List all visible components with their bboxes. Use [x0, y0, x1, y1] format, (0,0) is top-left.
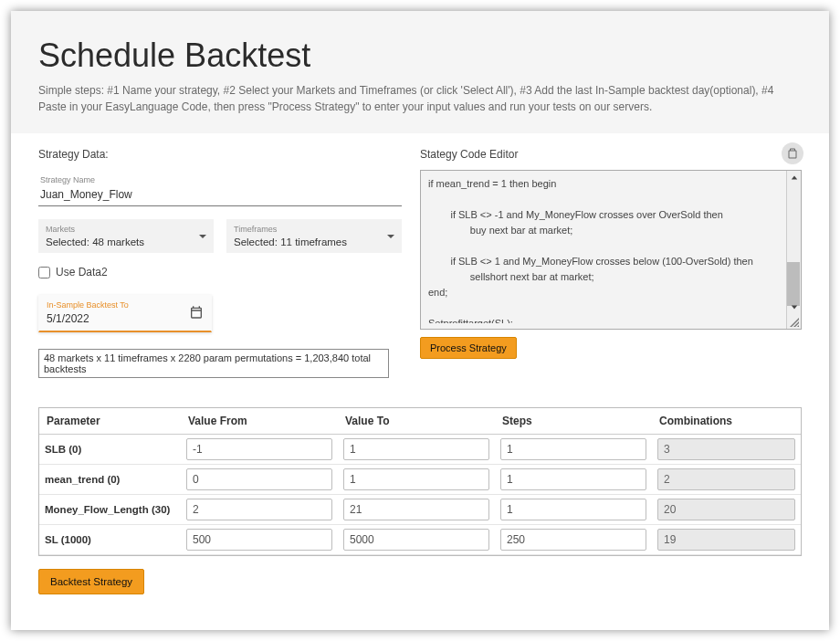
app-frame: Schedule Backtest Simple steps: #1 Name …: [11, 11, 829, 630]
code-line: sellshort next bar at market;: [428, 269, 784, 285]
code-line: [428, 238, 784, 254]
strategy-name-input[interactable]: [40, 188, 400, 201]
timeframes-dropdown[interactable]: Timeframes Selected: 11 timeframes: [226, 219, 402, 253]
col-parameter: Parameter: [39, 408, 181, 435]
strategy-data-label: Strategy Data:: [38, 148, 402, 161]
scroll-down-icon[interactable]: [787, 299, 802, 314]
code-scrollbar[interactable]: [786, 171, 801, 329]
code-line: Setprofittarget(SL);: [428, 316, 784, 323]
combinations-output: [657, 529, 795, 551]
param-name-cell: SL (1000): [39, 525, 181, 555]
table-row: SL (1000): [39, 525, 801, 555]
param-name-cell: SLB (0): [39, 435, 181, 465]
combinations-output: [657, 468, 795, 490]
code-line: [428, 192, 784, 207]
timeframes-label: Timeframes: [234, 225, 394, 234]
table-row: SLB (0): [39, 435, 801, 465]
markets-label: Markets: [46, 225, 206, 234]
clipboard-button[interactable]: [782, 142, 803, 164]
timeframes-value: Selected: 11 timeframes: [234, 236, 394, 247]
value-from-input[interactable]: [186, 529, 332, 551]
code-line: end;: [428, 285, 784, 300]
insample-date-field[interactable]: In-Sample Backtest To: [38, 295, 212, 332]
backtest-summary: 48 markets x 11 timeframes x 2280 param …: [38, 349, 389, 378]
col-steps: Steps: [495, 408, 652, 435]
page-header: Schedule Backtest Simple steps: #1 Name …: [11, 11, 829, 133]
process-strategy-button[interactable]: Process Strategy: [420, 337, 517, 359]
value-to-input[interactable]: [343, 529, 489, 551]
page-subtitle: Simple steps: #1 Name your strategy, #2 …: [38, 82, 802, 115]
insample-date-input[interactable]: [47, 312, 156, 325]
steps-input[interactable]: [500, 468, 646, 490]
parameter-table: Parameter Value From Value To Steps Comb…: [38, 407, 802, 556]
param-name-cell: mean_trend (0): [39, 465, 181, 495]
value-from-input[interactable]: [186, 499, 332, 520]
code-line: if SLB <> -1 and My_MoneyFlow crosses ov…: [428, 207, 784, 223]
code-editor[interactable]: if mean_trend = 1 then begin if SLB <> -…: [420, 170, 802, 330]
table-header-row: Parameter Value From Value To Steps Comb…: [39, 408, 801, 435]
value-to-input[interactable]: [343, 499, 489, 520]
clipboard-icon: [787, 148, 798, 159]
markets-value: Selected: 48 markets: [46, 236, 206, 247]
col-combinations: Combinations: [652, 408, 801, 435]
chevron-down-icon: [387, 235, 394, 238]
use-data2-label: Use Data2: [56, 266, 108, 278]
steps-input[interactable]: [500, 438, 646, 460]
combinations-output: [657, 499, 795, 520]
strategy-name-field[interactable]: Strategy Name: [38, 170, 402, 206]
use-data2-checkbox[interactable]: [38, 267, 50, 278]
code-text[interactable]: if mean_trend = 1 then begin if SLB <> -…: [428, 176, 784, 323]
main-content: Strategy Data: Strategy Name Markets Sel…: [11, 133, 829, 378]
resize-grip-icon[interactable]: [786, 314, 801, 329]
steps-input[interactable]: [500, 529, 646, 551]
use-data2-row: Use Data2: [38, 266, 402, 278]
code-editor-panel: Stategy Code Editor if mean_trend = 1 th…: [420, 148, 802, 378]
code-line: buy next bar at market;: [428, 223, 784, 238]
markets-dropdown[interactable]: Markets Selected: 48 markets: [38, 219, 214, 253]
code-line: if mean_trend = 1 then begin: [428, 176, 784, 192]
table-row: mean_trend (0): [39, 465, 801, 495]
col-value-from: Value From: [181, 408, 338, 435]
param-name-cell: Money_Flow_Length (30): [39, 495, 181, 525]
steps-input[interactable]: [500, 499, 646, 520]
code-line: [428, 300, 784, 316]
value-to-input[interactable]: [343, 468, 489, 490]
value-from-input[interactable]: [186, 468, 332, 490]
page-title: Schedule Backtest: [38, 37, 802, 75]
calendar-icon[interactable]: [189, 305, 204, 323]
backtest-strategy-button[interactable]: Backtest Strategy: [38, 569, 144, 594]
code-editor-label: Stategy Code Editor: [420, 148, 802, 161]
combinations-output: [657, 438, 795, 460]
insample-date-label: In-Sample Backtest To: [47, 300, 204, 310]
code-line: if SLB <> 1 and My_MoneyFlow crosses bel…: [428, 254, 784, 269]
strategy-name-label: Strategy Name: [40, 175, 400, 184]
value-from-input[interactable]: [186, 438, 332, 460]
strategy-data-panel: Strategy Data: Strategy Name Markets Sel…: [38, 148, 402, 378]
scroll-up-icon[interactable]: [787, 171, 802, 185]
table-row: Money_Flow_Length (30): [39, 495, 801, 525]
col-value-to: Value To: [338, 408, 495, 435]
chevron-down-icon: [199, 235, 206, 238]
value-to-input[interactable]: [343, 438, 489, 460]
